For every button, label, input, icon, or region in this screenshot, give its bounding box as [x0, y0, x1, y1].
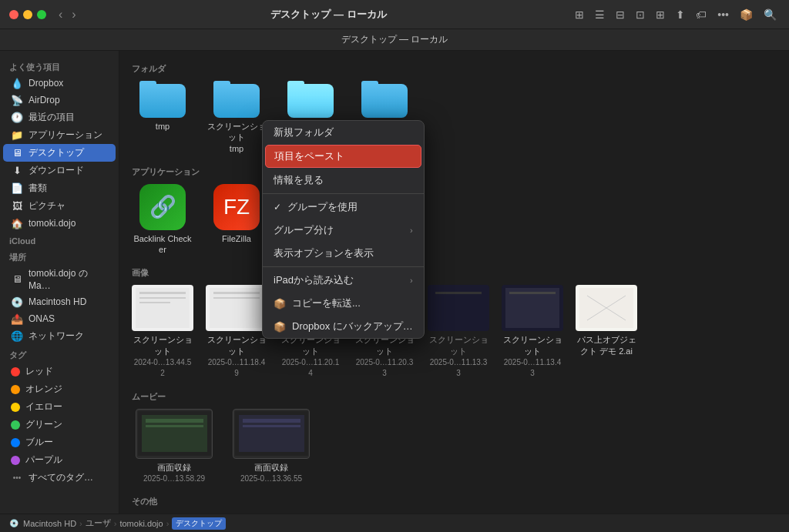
computer-icon: 🖥 — [11, 273, 23, 286]
ctx-get-info[interactable]: 情報を見る — [263, 169, 424, 192]
sidebar-label-airdrop: AirDrop — [29, 95, 60, 105]
image-name-0: スクリーンショット2024-0…13.44.52 — [132, 334, 193, 378]
ctx-separator-1 — [263, 193, 424, 194]
sidebar-item-tag-green[interactable]: グリーン — [3, 416, 116, 433]
sidebar-item-pictures[interactable]: 🖼 ピクチャ — [3, 197, 116, 215]
sidebar-item-recents[interactable]: 🕐 最近の項目 — [3, 109, 116, 126]
sidebar-label-downloads: ダウンロード — [29, 164, 84, 177]
image-item-0[interactable]: スクリーンショット2024-0…13.44.52 — [132, 285, 193, 378]
movie-thumb-0 — [136, 409, 213, 459]
nav-buttons: ‹ › — [55, 8, 79, 22]
folder-item-screenshot-tmp[interactable]: スクリーンショットtmp — [206, 81, 267, 154]
folder-icon-selected — [287, 81, 334, 118]
sidebar-label-tag-orange: オレンジ — [25, 383, 62, 396]
close-button[interactable] — [9, 10, 18, 19]
more-icon[interactable]: ••• — [714, 7, 732, 22]
dropbox-icon[interactable]: 📦 — [737, 7, 756, 22]
app-item-backlink[interactable]: 🔗 Backlink Checker — [132, 184, 193, 256]
minimize-button[interactable] — [23, 10, 32, 19]
sidebar-label-pictures: ピクチャ — [29, 199, 65, 212]
view-icon2[interactable]: ☰ — [592, 7, 608, 22]
tag-dot-orange — [11, 385, 20, 394]
view-icon1[interactable]: ⊞ — [572, 7, 587, 22]
ctx-separator-2 — [263, 266, 424, 267]
sidebar-item-desktop[interactable]: 🖥 デスクトップ — [3, 144, 116, 162]
ctx-show-options[interactable]: 表示オプションを表示 — [263, 242, 424, 265]
svg-rect-22 — [146, 419, 203, 423]
svg-rect-5 — [213, 292, 260, 294]
tag-dot-purple — [11, 456, 20, 465]
movie-thumb-1 — [233, 409, 310, 459]
tag-icon[interactable]: 🏷 — [693, 7, 710, 22]
sidebar-label-applications: アプリケーション — [29, 129, 102, 142]
tab-title[interactable]: デスクトップ — ローカル — [341, 33, 448, 46]
sidebar-item-all-tags[interactable]: ••• すべてのタグ… — [3, 469, 116, 487]
back-button[interactable]: ‹ — [55, 8, 65, 22]
grid-icon[interactable]: ⊞ — [653, 7, 668, 22]
image-name-2: スクリーンショット2025-0…11.20.14 — [280, 334, 341, 378]
view-icon3[interactable]: ⊟ — [613, 7, 628, 22]
ctx-dropbox-backup-label: Dropbox にバックアップ… — [292, 320, 413, 333]
image-thumb-4 — [428, 285, 489, 331]
sidebar-item-downloads[interactable]: ⬇ ダウンロード — [3, 162, 116, 179]
view-icon4[interactable]: ⊡ — [633, 7, 648, 22]
sidebar-item-tag-purple[interactable]: パープル — [3, 451, 116, 469]
image-item-4[interactable]: スクリーンショット2025-0…11.13.33 — [428, 285, 489, 378]
movie-item-0[interactable]: 画面収録2025-0…13.58.29 — [132, 409, 217, 484]
search-icon[interactable]: 🔍 — [760, 7, 780, 22]
sidebar-label-desktop: デスクトップ — [29, 146, 84, 159]
image-name-3: スクリーンショット2025-0…11.20.33 — [354, 334, 415, 378]
ctx-copy[interactable]: 📦 コピーを転送... — [263, 292, 424, 315]
movie-item-1[interactable]: 画面収録2025-0…13.36.55 — [229, 409, 314, 484]
breadcrumb-macintosh-hd[interactable]: Macintosh HD — [23, 519, 76, 528]
image-name-6: パス上オブジェクト デモ 2.ai — [576, 334, 637, 356]
breadcrumb-tomoki[interactable]: tomoki.dojo — [119, 519, 163, 528]
share-icon[interactable]: ⬆ — [673, 7, 688, 22]
sidebar-item-tag-yellow[interactable]: イエロー — [3, 398, 116, 416]
maximize-button[interactable] — [37, 10, 46, 19]
sidebar-item-tag-red[interactable]: レッド — [3, 363, 116, 380]
checkmark-icon: ✓ — [274, 202, 281, 212]
ctx-dropbox-backup[interactable]: 📦 Dropbox にバックアップ… — [263, 315, 424, 338]
image-item-6[interactable]: パス上オブジェクト デモ 2.ai — [576, 285, 637, 378]
sidebar-label-all-tags: すべてのタグ… — [29, 471, 93, 484]
sidebar-item-onas[interactable]: 📤 ONAS — [3, 310, 116, 327]
sidebar-label-tag-red: レッド — [25, 365, 53, 378]
sidebar-item-macintosh-hd[interactable]: 💿 Macintosh HD — [3, 293, 116, 310]
main-layout: よく使う項目 💧 Dropbox 📡 AirDrop 🕐 最近の項目 📁 アプリ… — [0, 51, 789, 514]
sidebar-item-tomoki-ma[interactable]: 🖥 tomoki.dojo の Ma… — [3, 265, 116, 293]
image-item-1[interactable]: スクリーンショット2025-0…11.18.49 — [206, 285, 267, 378]
sidebar-item-tag-orange[interactable]: オレンジ — [3, 380, 116, 398]
svg-rect-27 — [243, 425, 300, 427]
breadcrumb-user[interactable]: ユーザ — [86, 517, 111, 529]
image-thumb-6 — [576, 285, 637, 331]
sidebar-section-places: 場所 — [0, 247, 119, 265]
sidebar-item-network[interactable]: 🌐 ネットワーク — [3, 327, 116, 345]
svg-rect-26 — [243, 419, 300, 423]
sidebar-item-tag-blue[interactable]: ブルー — [3, 433, 116, 451]
movie-name-1: 画面収録2025-0…13.36.55 — [240, 462, 302, 484]
image-item-5[interactable]: スクリーンショット2025-0…11.13.43 — [502, 285, 563, 378]
sidebar-item-applications[interactable]: 📁 アプリケーション — [3, 126, 116, 144]
network-icon: 🌐 — [11, 330, 23, 343]
sidebar-item-airdrop[interactable]: 📡 AirDrop — [3, 92, 116, 109]
folder-item-tmp[interactable]: tmp — [132, 81, 193, 154]
context-menu-overlay: 新規フォルダ 項目をペースト 情報を見る ✓ グループを使用 グループ分け › — [262, 120, 425, 339]
sidebar-item-tomoki[interactable]: 🏠 tomoki.dojo — [3, 215, 116, 232]
sidebar-item-documents[interactable]: 📄 書類 — [3, 179, 116, 197]
ctx-ipad[interactable]: iPadから読み込む › — [263, 269, 424, 292]
ctx-paste[interactable]: 項目をペースト — [265, 145, 421, 168]
ctx-new-folder[interactable]: 新規フォルダ — [263, 121, 424, 144]
ctx-group-by[interactable]: グループ分け › — [263, 219, 424, 242]
movies-section-label: ムービー — [132, 391, 777, 403]
sidebar-item-dropbox[interactable]: 💧 Dropbox — [3, 75, 116, 92]
app-item-filezilla[interactable]: FZ FileZilla — [206, 184, 267, 256]
airdrop-icon: 📡 — [11, 94, 23, 106]
breadcrumb-current: デスクトップ — [172, 517, 226, 530]
sidebar-label-macintosh-hd: Macintosh HD — [29, 296, 86, 307]
ctx-show-options-label: 表示オプションを表示 — [274, 246, 374, 260]
apps-grid: 🔗 Backlink Checker FZ FileZilla ✔ webSit… — [132, 184, 777, 256]
folder-icon-screenshot-tmp — [213, 81, 260, 118]
ctx-use-groups[interactable]: ✓ グループを使用 — [263, 196, 424, 219]
forward-button[interactable]: › — [69, 8, 79, 22]
